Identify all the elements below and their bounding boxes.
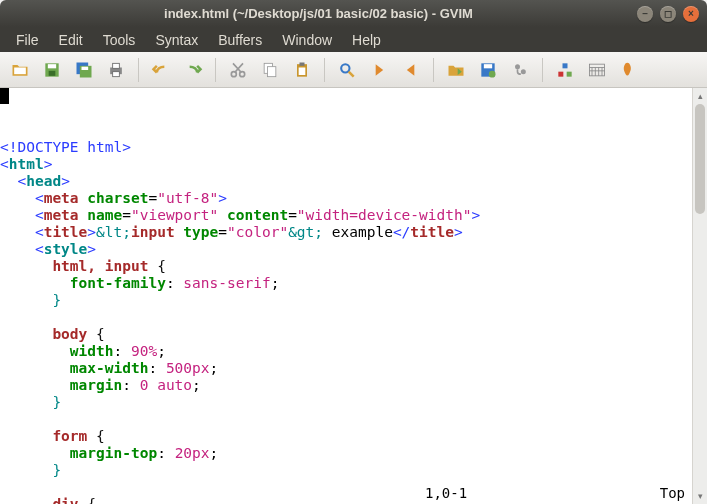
svg-point-16 [341, 64, 349, 72]
scroll-indicator: Top [660, 485, 685, 501]
find-prev-icon[interactable] [397, 56, 425, 84]
code-line: <!DOCTYPE html> [0, 139, 692, 156]
svg-rect-7 [113, 63, 120, 68]
code-line: <head> [0, 173, 692, 190]
minimize-button[interactable]: – [637, 6, 653, 22]
code-editor[interactable]: <!DOCTYPE html><html> <head> <meta chars… [0, 88, 692, 504]
copy-icon[interactable] [256, 56, 284, 84]
scrollbar-thumb[interactable] [695, 104, 705, 214]
status-bar: 1,0-1 Top [425, 485, 685, 501]
editor-area: <!DOCTYPE html><html> <head> <meta chars… [0, 88, 707, 504]
code-line: <meta charset="utf-8"> [0, 190, 692, 207]
svg-rect-1 [48, 64, 56, 68]
menu-file[interactable]: File [6, 30, 49, 50]
menu-help[interactable]: Help [342, 30, 391, 50]
code-line: <html> [0, 156, 692, 173]
code-line: } [0, 394, 692, 411]
scrollbar-track[interactable] [693, 104, 707, 488]
cursor-position: 1,0-1 [425, 485, 660, 501]
code-line: margin-top: 20px; [0, 445, 692, 462]
code-line [0, 411, 692, 428]
run-script-icon[interactable] [506, 56, 534, 84]
shell-icon[interactable] [583, 56, 611, 84]
undo-icon[interactable] [147, 56, 175, 84]
svg-rect-24 [567, 71, 572, 76]
save-all-icon[interactable] [70, 56, 98, 84]
close-button[interactable]: × [683, 6, 699, 22]
toolbar-separator [138, 58, 139, 82]
code-line [0, 309, 692, 326]
code-line: form { [0, 428, 692, 445]
code-line: } [0, 462, 692, 479]
code-line: <style> [0, 241, 692, 258]
svg-rect-14 [300, 62, 305, 65]
load-session-icon[interactable] [442, 56, 470, 84]
svg-rect-23 [558, 71, 563, 76]
menu-bar: FileEditToolsSyntaxBuffersWindowHelp [0, 27, 707, 52]
svg-point-20 [515, 64, 520, 69]
make-icon[interactable] [551, 56, 579, 84]
menu-window[interactable]: Window [272, 30, 342, 50]
window-titlebar: index.html (~/Desktop/js/01 basic/02 bas… [0, 0, 707, 27]
find-next-icon[interactable] [365, 56, 393, 84]
code-line: font-family: sans-serif; [0, 275, 692, 292]
toolbar [0, 52, 707, 88]
code-line: <title>&lt;input type="color"&gt; exampl… [0, 224, 692, 241]
menu-syntax[interactable]: Syntax [145, 30, 208, 50]
text-cursor [0, 88, 9, 104]
toolbar-separator [215, 58, 216, 82]
find-replace-icon[interactable] [333, 56, 361, 84]
svg-rect-5 [82, 66, 89, 69]
window-controls: – ◻ × [637, 6, 699, 22]
open-file-icon[interactable] [6, 56, 34, 84]
cut-icon[interactable] [224, 56, 252, 84]
paste-icon[interactable] [288, 56, 316, 84]
vertical-scrollbar[interactable]: ▴ ▾ [692, 88, 707, 504]
svg-rect-22 [563, 63, 568, 68]
print-icon[interactable] [102, 56, 130, 84]
maximize-button[interactable]: ◻ [660, 6, 676, 22]
save-icon[interactable] [38, 56, 66, 84]
svg-rect-2 [49, 70, 56, 75]
menu-tools[interactable]: Tools [93, 30, 146, 50]
scroll-up-button[interactable]: ▴ [693, 88, 707, 104]
svg-point-21 [521, 69, 526, 74]
code-line: width: 90%; [0, 343, 692, 360]
svg-rect-8 [113, 71, 120, 76]
toolbar-separator [324, 58, 325, 82]
code-line: body { [0, 326, 692, 343]
toolbar-separator [542, 58, 543, 82]
toolbar-separator [433, 58, 434, 82]
svg-rect-18 [484, 64, 492, 68]
code-line: <meta name="viewport" content="width=dev… [0, 207, 692, 224]
svg-rect-15 [299, 67, 306, 75]
redo-icon[interactable] [179, 56, 207, 84]
code-line: } [0, 292, 692, 309]
tags-icon[interactable] [615, 56, 643, 84]
code-line: html, input { [0, 258, 692, 275]
menu-edit[interactable]: Edit [49, 30, 93, 50]
code-line: max-width: 500px; [0, 360, 692, 377]
window-title: index.html (~/Desktop/js/01 basic/02 bas… [0, 6, 637, 21]
code-line: margin: 0 auto; [0, 377, 692, 394]
scroll-down-button[interactable]: ▾ [693, 488, 707, 504]
svg-rect-12 [268, 66, 276, 76]
menu-buffers[interactable]: Buffers [208, 30, 272, 50]
save-session-icon[interactable] [474, 56, 502, 84]
svg-point-19 [489, 70, 496, 77]
